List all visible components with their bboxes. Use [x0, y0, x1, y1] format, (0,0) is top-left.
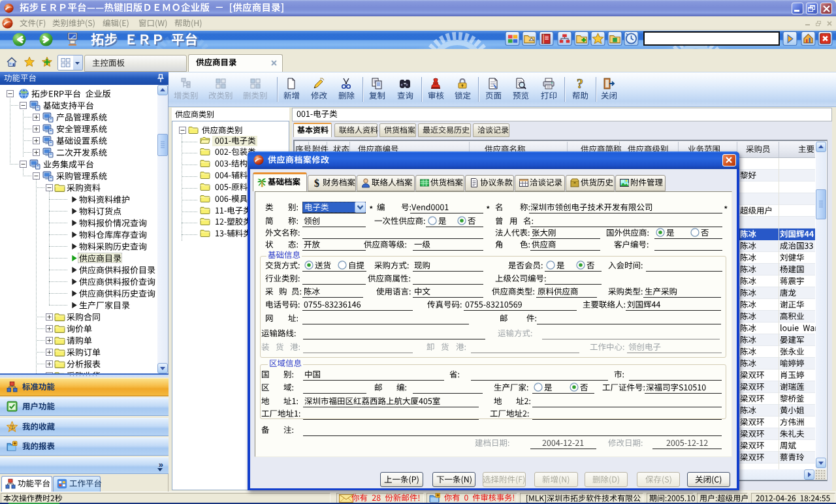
svg-text:$: $: [314, 178, 319, 188]
svg-text:1: 1: [10, 424, 13, 430]
svg-text:?: ?: [577, 77, 583, 90]
